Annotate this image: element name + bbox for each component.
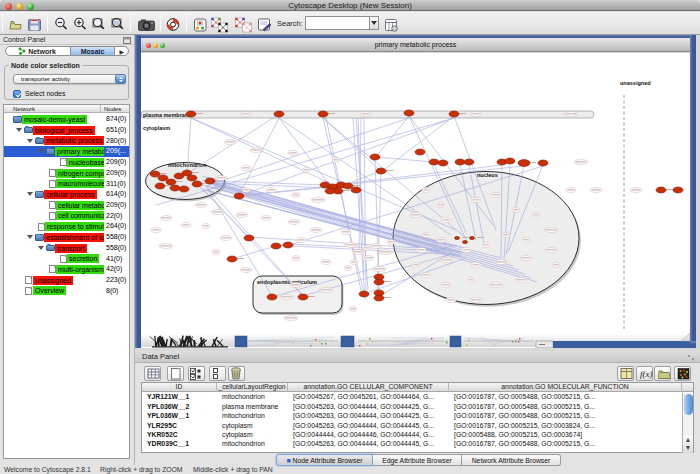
svg-text:cytoplasm: cytoplasm — [143, 125, 170, 131]
svg-text:plasma membrane: plasma membrane — [143, 112, 191, 118]
svg-text:endoplasmic reticulum: endoplasmic reticulum — [257, 279, 317, 285]
svg-text:nucleus: nucleus — [477, 172, 498, 178]
svg-text:f(x): f(x) — [640, 369, 653, 379]
svg-text:unassigned: unassigned — [620, 80, 651, 86]
